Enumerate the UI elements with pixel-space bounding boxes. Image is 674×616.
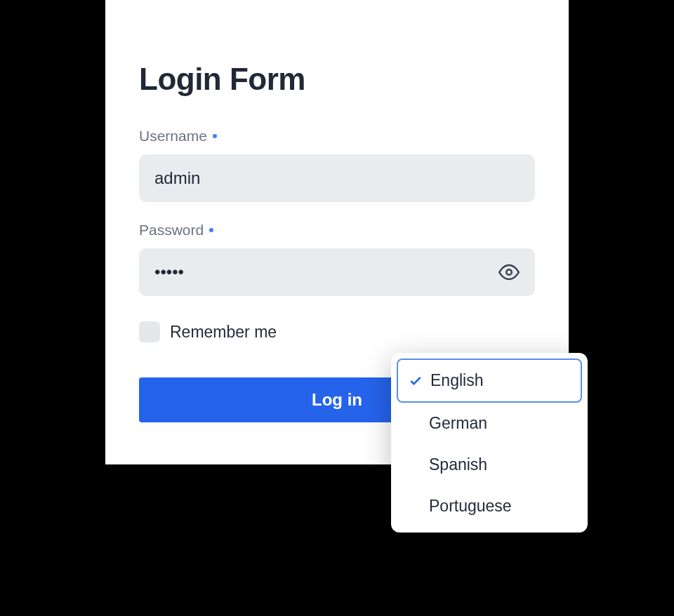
eye-icon xyxy=(498,262,520,283)
username-input[interactable] xyxy=(139,154,535,202)
language-dropdown: English German Spanish Portuguese xyxy=(391,353,588,533)
username-label-text: Username xyxy=(139,128,207,145)
language-option-label: Portuguese xyxy=(429,497,512,516)
remember-me-row: Remember me xyxy=(139,321,535,342)
username-field: Username xyxy=(139,128,535,202)
language-option-label: German xyxy=(429,414,487,433)
required-indicator-icon xyxy=(213,134,217,138)
language-option-label: Spanish xyxy=(429,455,487,474)
language-option-english[interactable]: English xyxy=(397,359,582,403)
remember-me-checkbox[interactable] xyxy=(139,321,160,342)
toggle-password-visibility-button[interactable] xyxy=(496,259,522,286)
page-title: Login Form xyxy=(139,62,535,97)
username-label: Username xyxy=(139,128,535,145)
language-option-german[interactable]: German xyxy=(397,403,582,444)
check-icon xyxy=(408,374,423,388)
svg-point-0 xyxy=(506,269,512,275)
language-option-portuguese[interactable]: Portuguese xyxy=(397,486,582,527)
language-option-label: English xyxy=(430,371,483,390)
password-field: Password xyxy=(139,222,535,296)
password-label: Password xyxy=(139,222,535,239)
password-label-text: Password xyxy=(139,222,204,239)
password-input[interactable] xyxy=(139,248,535,296)
required-indicator-icon xyxy=(209,228,213,232)
language-option-spanish[interactable]: Spanish xyxy=(397,444,582,486)
remember-me-label: Remember me xyxy=(170,323,277,342)
password-input-wrapper xyxy=(139,248,535,296)
